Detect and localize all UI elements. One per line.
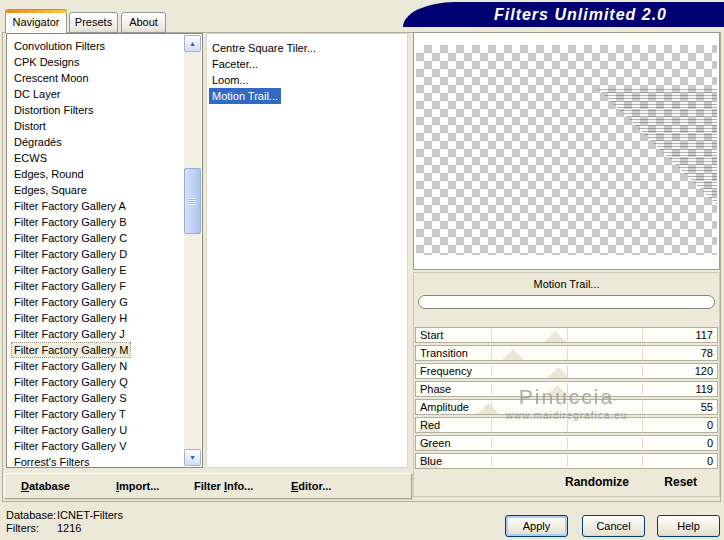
- category-item[interactable]: Filter Factory Gallery J: [11, 326, 128, 342]
- slider-label: Transition: [420, 346, 468, 360]
- slider-frequency[interactable]: Frequency120: [415, 363, 718, 379]
- category-item[interactable]: Edges, Square: [11, 182, 90, 198]
- slider-blue[interactable]: Blue0: [415, 453, 718, 469]
- slider-tick: [642, 455, 643, 467]
- category-item[interactable]: Dégradés: [11, 134, 65, 150]
- category-item[interactable]: Crescent Moon: [11, 70, 92, 86]
- database-label: Database:: [6, 509, 56, 522]
- slider-label: Blue: [420, 454, 442, 468]
- slider-tick: [642, 347, 643, 359]
- category-item[interactable]: Convolution Filters: [11, 38, 108, 54]
- help-button[interactable]: Help: [657, 515, 720, 537]
- slider-thumb-icon[interactable]: [546, 385, 568, 396]
- toolbar-database-button[interactable]: Database: [21, 474, 70, 498]
- slider-amplitude[interactable]: Amplitude55: [415, 399, 718, 415]
- tab-label: About: [129, 16, 158, 28]
- category-item[interactable]: Filter Factory Gallery S: [11, 390, 129, 406]
- category-item[interactable]: Edges, Round: [11, 166, 87, 182]
- slider-label: Red: [420, 418, 440, 432]
- slider-tick: [491, 383, 492, 395]
- slider-value: 55: [701, 400, 713, 414]
- category-item[interactable]: Filter Factory Gallery G: [11, 294, 131, 310]
- reset-button[interactable]: Reset: [664, 475, 697, 489]
- toolbar-editor-button[interactable]: Editor...: [291, 474, 331, 498]
- slider-tick: [567, 383, 568, 395]
- slider-tick: [567, 437, 568, 449]
- title-banner: Filters Unlimited 2.0: [403, 2, 724, 27]
- toolbar-info-button[interactable]: Filter Info...: [194, 474, 253, 498]
- slider-thumb-icon[interactable]: [544, 331, 566, 342]
- filters-count-value: 1216: [57, 522, 81, 535]
- slider-red[interactable]: Red0: [415, 417, 718, 433]
- category-item[interactable]: Filter Factory Gallery H: [11, 310, 130, 326]
- tab-label: Presets: [75, 16, 112, 28]
- apply-button[interactable]: Apply: [505, 515, 568, 537]
- category-item[interactable]: Filter Factory Gallery A: [11, 198, 129, 214]
- slider-value: 78: [701, 346, 713, 360]
- category-item[interactable]: Filter Factory Gallery N: [11, 358, 130, 374]
- database-value: ICNET-Filters: [57, 509, 123, 522]
- slider-phase[interactable]: Phase119: [415, 381, 718, 397]
- tab-navigator[interactable]: Navigator: [5, 9, 67, 33]
- filter-item[interactable]: Faceter...: [209, 56, 261, 72]
- category-item[interactable]: DC Layer: [11, 86, 63, 102]
- toolbar: DatabaseImport...Filter Info...Editor...: [4, 473, 412, 499]
- slider-tick: [642, 419, 643, 431]
- category-item[interactable]: Filter Factory Gallery T: [11, 406, 129, 422]
- category-list: ▲ ▼ Convolution FiltersCPK DesignsCresce…: [6, 33, 203, 468]
- category-item[interactable]: Filter Factory Gallery C: [11, 230, 130, 246]
- category-item[interactable]: Forrest's Filters: [11, 454, 92, 468]
- slider-label: Phase: [420, 382, 451, 396]
- slider-value: 120: [695, 364, 713, 378]
- cancel-button[interactable]: Cancel: [582, 515, 645, 537]
- category-item[interactable]: CPK Designs: [11, 54, 82, 70]
- slider-start[interactable]: Start117: [415, 327, 718, 343]
- category-item[interactable]: Filter Factory Gallery Q: [11, 374, 131, 390]
- slider-label: Frequency: [420, 364, 472, 378]
- slider-thumb-icon[interactable]: [502, 349, 524, 360]
- category-item[interactable]: Filter Factory Gallery F: [11, 278, 129, 294]
- slider-tick: [491, 437, 492, 449]
- slider-tick: [567, 365, 568, 377]
- category-item[interactable]: Filter Factory Gallery D: [11, 246, 130, 262]
- toolbar-import-button[interactable]: Import...: [116, 474, 159, 498]
- tab-about[interactable]: About: [121, 12, 166, 33]
- slider-value: 0: [707, 454, 713, 468]
- slider-thumb-icon[interactable]: [477, 403, 499, 414]
- slider-value: 119: [695, 382, 713, 396]
- filter-list: Centre Square Tiler...Faceter...Loom...M…: [206, 33, 408, 468]
- filter-item[interactable]: Motion Trail...: [209, 88, 281, 104]
- slider-tick: [567, 401, 568, 413]
- category-scrollbar[interactable]: ▲ ▼: [184, 35, 201, 466]
- filter-item[interactable]: Centre Square Tiler...: [209, 40, 319, 56]
- category-item[interactable]: Filter Factory Gallery U: [11, 422, 130, 438]
- randomize-button[interactable]: Randomize: [565, 475, 629, 489]
- category-item[interactable]: Filter Factory Gallery V: [11, 438, 129, 454]
- category-item[interactable]: ECWS: [11, 150, 50, 166]
- scrollbar-thumb[interactable]: [184, 168, 201, 234]
- scroll-down-icon[interactable]: ▼: [184, 449, 201, 466]
- slider-label: Amplitude: [420, 400, 469, 414]
- slider-green[interactable]: Green0: [415, 435, 718, 451]
- slider-tick: [491, 365, 492, 377]
- tab-label: Navigator: [12, 16, 59, 28]
- category-item[interactable]: Distort: [11, 118, 49, 134]
- slider-transition[interactable]: Transition78: [415, 345, 718, 361]
- slider-tick: [491, 419, 492, 431]
- slider-tick: [491, 455, 492, 467]
- slider-tick: [567, 419, 568, 431]
- filters-count-label: Filters:: [6, 522, 39, 535]
- window-title: Filters Unlimited 2.0: [494, 6, 667, 23]
- category-item[interactable]: Filter Factory Gallery M: [11, 342, 131, 358]
- tab-presets[interactable]: Presets: [69, 12, 118, 33]
- slider-tick: [491, 329, 492, 341]
- category-item[interactable]: Distortion Filters: [11, 102, 96, 118]
- category-item[interactable]: Filter Factory Gallery B: [11, 214, 129, 230]
- slider-value: 117: [695, 328, 713, 342]
- slider-rows: Start117Transition78Frequency120Phase119…: [415, 327, 718, 471]
- filter-item[interactable]: Loom...: [209, 72, 252, 88]
- slider-label: Green: [420, 436, 451, 450]
- category-item[interactable]: Filter Factory Gallery E: [11, 262, 129, 278]
- scroll-up-icon[interactable]: ▲: [184, 35, 201, 52]
- motion-trail-effect: [598, 89, 717, 205]
